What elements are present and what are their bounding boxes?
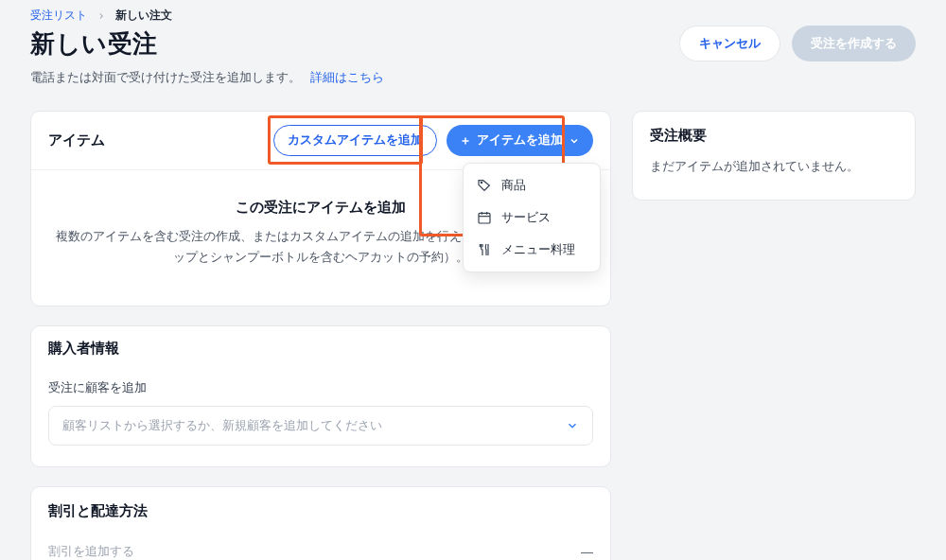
items-card: アイテム カスタムアイテムを追加 アイテムを追加 bbox=[30, 111, 611, 306]
buyer-card: 購入者情報 受注に顧客を追加 顧客リストから選択するか、新規顧客を追加してくださ… bbox=[30, 325, 611, 467]
add-custom-item-button[interactable]: カスタムアイテムを追加 bbox=[273, 125, 437, 156]
discount-shipping-card: 割引と配達方法 割引を追加する — 配送方法を追加する — bbox=[30, 486, 611, 560]
utensils-icon bbox=[477, 242, 492, 257]
svg-rect-3 bbox=[479, 213, 490, 223]
tag-icon bbox=[477, 178, 492, 193]
customer-field-label: 受注に顧客を追加 bbox=[48, 380, 593, 396]
chevron-right-icon bbox=[96, 11, 106, 21]
order-summary-card: 受注概要 まだアイテムが追加されていません。 bbox=[632, 111, 916, 201]
items-card-title: アイテム bbox=[48, 131, 105, 149]
add-discount-row[interactable]: 割引を追加する — bbox=[31, 530, 610, 560]
customer-select[interactable]: 顧客リストから選択するか、新規顧客を追加してください bbox=[48, 406, 593, 446]
cancel-button[interactable]: キャンセル bbox=[679, 26, 780, 61]
summary-empty-text: まだアイテムが追加されていません。 bbox=[633, 149, 915, 200]
discount-value: — bbox=[581, 545, 593, 559]
calendar-icon bbox=[477, 210, 492, 225]
add-item-button[interactable]: アイテムを追加 bbox=[447, 125, 593, 156]
add-item-dropdown: 商品 サービス メニュー料理 bbox=[463, 163, 601, 272]
page-title: 新しい受注 bbox=[30, 27, 158, 61]
breadcrumb: 受注リスト 新しい注文 bbox=[30, 8, 916, 24]
page-subtitle: 電話または対面で受け付けた受注を追加します。 詳細はこちら bbox=[30, 69, 916, 86]
buyer-card-title: 購入者情報 bbox=[48, 340, 119, 358]
chevron-down-icon bbox=[569, 135, 580, 147]
dropdown-item-product[interactable]: 商品 bbox=[464, 169, 600, 201]
summary-title: 受注概要 bbox=[650, 127, 707, 145]
dropdown-item-service[interactable]: サービス bbox=[464, 201, 600, 234]
chevron-down-icon bbox=[566, 419, 579, 432]
create-order-button[interactable]: 受注を作成する bbox=[792, 26, 916, 61]
svg-point-2 bbox=[481, 182, 482, 183]
customer-select-placeholder: 顧客リストから選択するか、新規顧客を追加してください bbox=[62, 417, 382, 434]
dropdown-item-menu[interactable]: メニュー料理 bbox=[464, 234, 600, 266]
learn-more-link[interactable]: 詳細はこちら bbox=[310, 70, 384, 84]
discount-card-title: 割引と配達方法 bbox=[48, 502, 148, 520]
plus-icon bbox=[460, 135, 471, 147]
breadcrumb-current: 新しい注文 bbox=[115, 8, 172, 24]
breadcrumb-parent[interactable]: 受注リスト bbox=[30, 8, 87, 24]
